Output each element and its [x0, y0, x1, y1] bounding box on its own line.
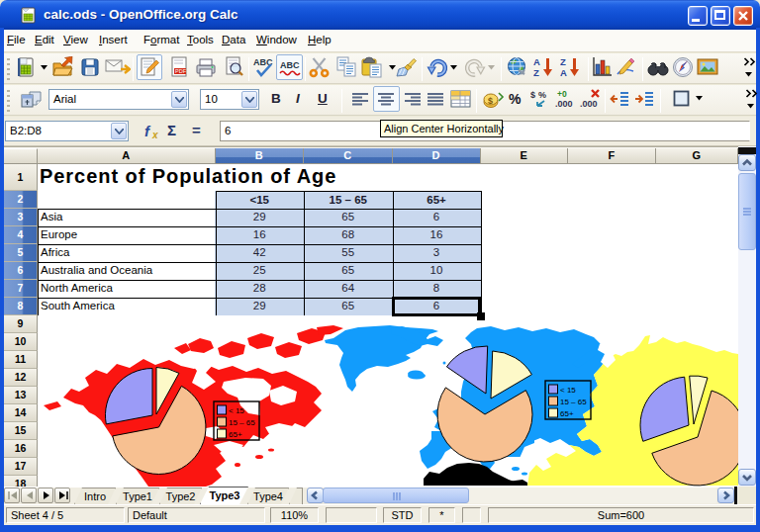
svg-text:%: %	[538, 90, 546, 100]
svg-text:f: f	[144, 123, 151, 139]
svg-text:+0: +0	[557, 89, 567, 99]
svg-text:$: $	[488, 96, 493, 106]
svg-text:15 – 65: 15 – 65	[229, 418, 255, 427]
svg-text:65+: 65+	[560, 409, 574, 418]
svg-text:Z: Z	[533, 67, 539, 78]
svg-text:A: A	[560, 67, 567, 78]
svg-text:Z: Z	[560, 56, 566, 67]
svg-text:65+: 65+	[229, 430, 242, 439]
svg-text:< 15: < 15	[229, 406, 244, 415]
svg-text:< 15: < 15	[560, 386, 576, 395]
svg-text:ABC: ABC	[280, 60, 300, 70]
svg-text:PDF: PDF	[175, 68, 187, 74]
svg-text:.000: .000	[555, 99, 573, 109]
svg-text:$: $	[530, 90, 535, 100]
svg-text:x: x	[151, 130, 158, 140]
svg-text:15 – 65: 15 – 65	[560, 398, 587, 406]
svg-text:.000: .000	[580, 99, 598, 109]
svg-text:A: A	[533, 56, 540, 67]
